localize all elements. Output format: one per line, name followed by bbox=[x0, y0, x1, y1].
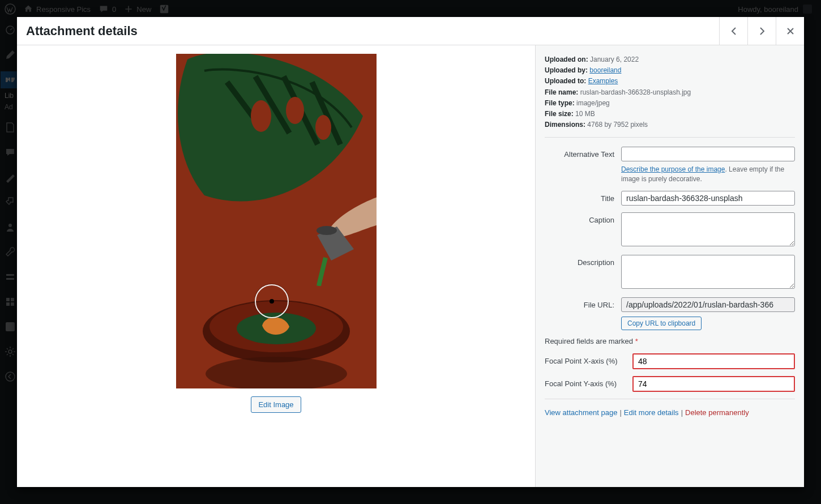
description-textarea[interactable] bbox=[621, 255, 795, 289]
focal-y-label: Focal Point Y-axis (%) bbox=[545, 379, 632, 388]
caption-label: Caption bbox=[545, 212, 621, 248]
alt-text-help: Describe the purpose of the image. Leave… bbox=[621, 165, 795, 184]
prev-button[interactable] bbox=[719, 17, 747, 45]
focal-x-input[interactable] bbox=[632, 353, 795, 369]
file-url-label: File URL: bbox=[545, 297, 621, 330]
modal-title: Attachment details bbox=[17, 24, 138, 39]
svg-point-20 bbox=[206, 357, 347, 388]
attachment-details-modal: Attachment details bbox=[17, 17, 804, 487]
view-attachment-link[interactable]: View attachment page bbox=[545, 408, 617, 417]
focal-y-input[interactable] bbox=[632, 376, 795, 392]
svg-point-16 bbox=[317, 226, 337, 235]
attachment-meta: Uploaded on: January 6, 2022 Uploaded by… bbox=[545, 54, 795, 130]
svg-point-15 bbox=[315, 115, 331, 140]
uploaded-on-value: January 6, 2022 bbox=[590, 55, 639, 63]
attachment-preview-image[interactable] bbox=[176, 54, 377, 388]
uploaded-by-link[interactable]: booreiland bbox=[589, 66, 621, 74]
uploaded-to-link[interactable]: Examples bbox=[588, 77, 618, 85]
focal-point-dot bbox=[270, 299, 274, 304]
file-url-input[interactable] bbox=[621, 297, 795, 312]
next-button[interactable] bbox=[747, 17, 776, 45]
focal-point-marker[interactable] bbox=[255, 284, 289, 318]
copy-url-button[interactable]: Copy URL to clipboard bbox=[621, 317, 702, 330]
svg-point-14 bbox=[286, 97, 304, 124]
delete-permanently-link[interactable]: Delete permanently bbox=[685, 408, 749, 417]
alt-text-input[interactable] bbox=[621, 147, 795, 161]
dimensions-value: 4768 by 7952 pixels bbox=[587, 121, 648, 129]
description-label: Description bbox=[545, 255, 621, 291]
hand-pouring-illustration bbox=[275, 195, 377, 286]
file-type-value: image/jpeg bbox=[576, 99, 610, 107]
close-button[interactable] bbox=[776, 17, 804, 45]
details-pane: Uploaded on: January 6, 2022 Uploaded by… bbox=[535, 45, 804, 487]
modal-header: Attachment details bbox=[17, 17, 804, 45]
focal-x-label: Focal Point X-axis (%) bbox=[545, 357, 632, 365]
alt-text-label: Alternative Text bbox=[545, 147, 621, 184]
edit-more-link[interactable]: Edit more details bbox=[624, 408, 679, 417]
caption-textarea[interactable] bbox=[621, 212, 795, 246]
title-input[interactable] bbox=[621, 191, 795, 206]
title-label: Title bbox=[545, 191, 621, 206]
bottom-actions: View attachment page|Edit more details|D… bbox=[545, 408, 795, 417]
preview-pane: Edit Image bbox=[17, 45, 535, 487]
required-note: Required fields are marked * bbox=[545, 337, 795, 345]
svg-point-13 bbox=[251, 100, 271, 132]
file-size-value: 10 MB bbox=[575, 110, 595, 118]
file-name-value: ruslan-bardash-366328-unsplash.jpg bbox=[580, 88, 691, 96]
alt-help-link[interactable]: Describe the purpose of the image bbox=[621, 165, 725, 173]
edit-image-button[interactable]: Edit Image bbox=[251, 396, 301, 413]
